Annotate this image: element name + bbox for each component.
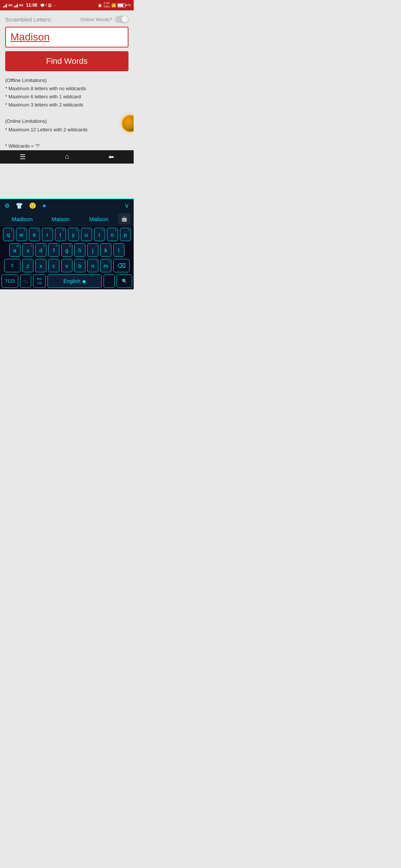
wifi-icon: 📶 xyxy=(111,3,116,7)
comma-key[interactable]: ◯ , xyxy=(20,274,32,288)
key-a[interactable]: @a xyxy=(9,243,20,257)
online-title: (Online Limitations) xyxy=(5,117,128,125)
app-title: Scrambled Letters: xyxy=(5,16,52,23)
nav-bar: ☰ ⌂ ⬅ xyxy=(0,150,134,164)
settings-icon[interactable]: ⚙ xyxy=(4,202,10,209)
online-words-label: Online Words? xyxy=(80,17,112,22)
online-words-toggle[interactable] xyxy=(115,16,128,23)
shift-key[interactable]: ⇧ xyxy=(4,259,20,272)
offline-line1: * Maximum 8 letters with no wildcards xyxy=(5,85,128,93)
key-r[interactable]: 4r xyxy=(42,228,53,241)
key-i[interactable]: 8i xyxy=(94,228,105,241)
more-icon: ··· xyxy=(53,3,56,7)
backspace-key[interactable]: ⌫ xyxy=(113,259,130,272)
offline-line2: * Maximum 6 letters with 1 wildcard xyxy=(5,93,128,101)
offline-line3: * Maximum 3 letters with 2 wildcards xyxy=(5,101,128,109)
suggestion-3[interactable]: Malison xyxy=(80,214,118,224)
key-n[interactable]: !n xyxy=(87,259,98,272)
kb-suggestions: Madison Maison Malison 🤖 xyxy=(0,212,134,226)
kb-keys: 1q 2w 3e 4r 5t 6y 7u 8i 9o 0p @a #s $d %… xyxy=(0,226,134,288)
kb-row-3: ⇧ *z "x 'c :v ;b !n ?m ⌫ xyxy=(1,259,132,272)
tshirt-icon[interactable]: 👕 xyxy=(16,202,23,209)
key-y[interactable]: 6y xyxy=(68,228,79,241)
numeric-key[interactable]: ?123 xyxy=(1,274,18,288)
key-s[interactable]: #s xyxy=(22,243,33,257)
key-m[interactable]: ?m xyxy=(100,259,111,272)
wildcard-def: * Wildcards = '?' xyxy=(5,142,128,150)
key-q[interactable]: 1q xyxy=(3,228,14,241)
find-words-button[interactable]: Find Words xyxy=(5,51,128,71)
key-c[interactable]: 'c xyxy=(48,259,59,272)
key-j[interactable]: +j xyxy=(87,243,98,257)
status-bar: 4G 4G 11:06 💬 f 🖼 ··· ⏰ 2.00KB/s 📶 79 xyxy=(0,0,134,10)
app-header: Scrambled Letters: Online Words? xyxy=(0,10,134,27)
offline-title: (Offline Limitations) xyxy=(5,76,128,85)
lang-key[interactable]: ENUS xyxy=(33,274,46,288)
signal-2 xyxy=(14,3,18,7)
key-x[interactable]: "x xyxy=(35,259,46,272)
key-l[interactable]: )l xyxy=(113,243,124,257)
online-line1: * Maximum 12 Letters with 2 wildcards xyxy=(5,126,128,134)
suggestion-1[interactable]: Madison xyxy=(3,214,41,224)
nav-menu-icon[interactable]: ☰ xyxy=(20,153,26,161)
online-words-row: Online Words? xyxy=(80,16,128,23)
time: 11:06 xyxy=(26,3,38,8)
kb-toolbar: ⚙ 👕 🙂 ● ∨ xyxy=(0,199,134,212)
collapse-icon[interactable]: ∨ xyxy=(124,201,129,210)
emoji-face-icon: 🤖 xyxy=(121,216,127,222)
key-f[interactable]: %f xyxy=(48,243,59,257)
facebook-icon: f xyxy=(46,3,47,7)
search-key[interactable]: 🔍 xyxy=(117,274,132,288)
key-o[interactable]: 9o xyxy=(107,228,118,241)
kb-row-2: @a #s $d %f &g -h +j (k )l xyxy=(1,243,132,257)
message-icon: 💬 xyxy=(40,3,45,7)
battery-icon xyxy=(117,3,125,7)
period-key[interactable]: . xyxy=(104,274,115,288)
info-text: (Offline Limitations) * Maximum 8 letter… xyxy=(0,76,134,150)
status-left: 4G 4G 11:06 💬 f 🖼 ··· xyxy=(3,3,56,8)
key-g[interactable]: &g xyxy=(61,243,72,257)
key-e[interactable]: 3e xyxy=(29,228,40,241)
speed-indicator: 2.00KB/s xyxy=(104,2,110,9)
nav-back-icon[interactable]: ⬅ xyxy=(108,153,114,161)
keyboard-area: ⚙ 👕 🙂 ● ∨ Madison Maison Malison 🤖 1q 2w… xyxy=(0,198,134,289)
key-w[interactable]: 2w xyxy=(16,228,27,241)
key-d[interactable]: $d xyxy=(35,243,46,257)
kb-row-1: 1q 2w 3e 4r 5t 6y 7u 8i 9o 0p xyxy=(1,228,132,241)
toggle-knob xyxy=(121,16,128,23)
key-k[interactable]: (k xyxy=(100,243,111,257)
signal-1 xyxy=(3,3,7,7)
emoji-icon[interactable]: 🙂 xyxy=(29,202,36,209)
suggestion-2[interactable]: Maison xyxy=(41,214,79,224)
key-v[interactable]: :v xyxy=(61,259,72,272)
nav-home-icon[interactable]: ⌂ xyxy=(65,153,69,161)
status-right: ⏰ 2.00KB/s 📶 79 xyxy=(98,2,131,9)
image-icon: 🖼 xyxy=(48,3,52,7)
alarm-icon: ⏰ xyxy=(98,3,102,7)
key-t[interactable]: 5t xyxy=(55,228,66,241)
search-input[interactable] xyxy=(10,31,134,43)
key-z[interactable]: *z xyxy=(22,259,33,272)
kb-row-bottom: ?123 ◯ , ENUS English ◆ . 🔍 xyxy=(1,274,132,288)
key-p[interactable]: 0p xyxy=(120,228,131,241)
theme-icon[interactable]: ● xyxy=(42,202,46,210)
key-u[interactable]: 7u xyxy=(81,228,92,241)
space-key[interactable]: English ◆ xyxy=(48,274,102,288)
kb-toolbar-icons: ⚙ 👕 🙂 ● xyxy=(4,202,46,210)
key-h[interactable]: -h xyxy=(74,243,85,257)
key-b[interactable]: ;b xyxy=(74,259,85,272)
network-2: 4G xyxy=(19,3,23,7)
network-1: 4G xyxy=(8,3,13,7)
battery-pct: 79 xyxy=(127,3,131,7)
emoji-suggestion-icon[interactable]: 🤖 xyxy=(118,213,131,224)
search-container: ✕ xyxy=(5,27,128,47)
